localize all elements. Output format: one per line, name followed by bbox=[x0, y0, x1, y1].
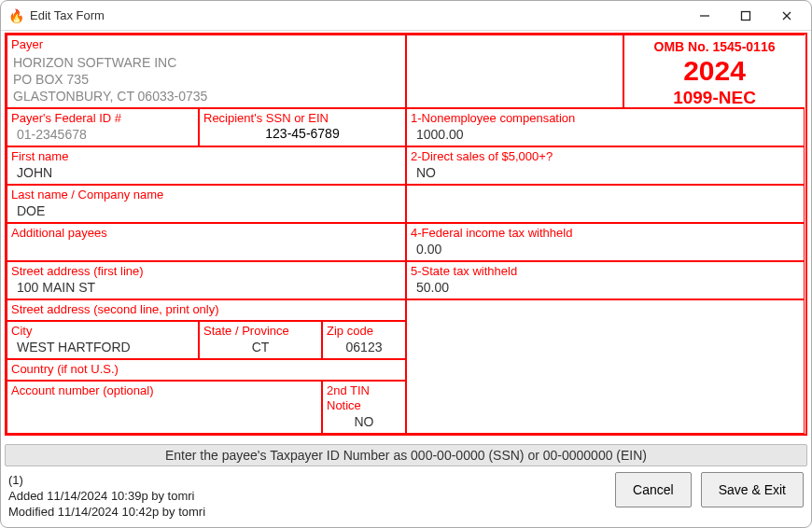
box-2-direct-sales[interactable]: 2-Direct sales of $5,000+? NO bbox=[406, 146, 805, 185]
app-icon: 🔥 bbox=[8, 8, 24, 23]
field-label: State / Province bbox=[203, 324, 317, 339]
additional-payees[interactable]: Additional payees bbox=[7, 223, 406, 261]
cancel-button[interactable]: Cancel bbox=[615, 472, 692, 507]
city[interactable]: City WEST HARTFORD bbox=[7, 321, 199, 359]
state[interactable]: State / Province CT bbox=[199, 321, 322, 359]
blank-right bbox=[406, 299, 805, 434]
field-label: City bbox=[11, 324, 194, 339]
header-right: OMB No. 1545-0116 2024 1099-NEC bbox=[406, 35, 805, 108]
box-4-fed-tax-withheld[interactable]: 4-Federal income tax withheld 0.00 bbox=[406, 223, 805, 261]
omb-number: OMB No. 1545-0116 bbox=[630, 39, 799, 54]
field-value: DOE bbox=[11, 202, 401, 219]
field-label: 2-Direct sales of $5,000+? bbox=[411, 149, 800, 164]
record-count: (1) bbox=[8, 472, 606, 488]
field-label: Country (if not U.S.) bbox=[11, 362, 401, 377]
zip-code[interactable]: Zip code 06123 bbox=[322, 321, 406, 359]
payer-federal-id[interactable]: Payer's Federal ID # 01-2345678 bbox=[7, 108, 199, 146]
field-value: CT bbox=[203, 339, 317, 355]
recipient-ssn-ein[interactable]: Recipient's SSN or EIN bbox=[199, 108, 406, 146]
field-label: 2nd TIN Notice bbox=[327, 383, 401, 413]
record-metadata: (1) Added 11/14/2024 10:39p by tomri Mod… bbox=[8, 472, 606, 520]
field-value: 50.00 bbox=[411, 279, 800, 296]
field-value: 06123 bbox=[327, 339, 401, 355]
street-address-2[interactable]: Street address (second line, print only) bbox=[7, 299, 406, 321]
field-value: NO bbox=[327, 413, 401, 430]
blank-cell bbox=[406, 185, 805, 223]
tax-form-grid: Payer HORIZON SOFTWARE INC PO BOX 735 GL… bbox=[5, 33, 807, 436]
hint-text: Enter the payee's Taxpayer ID Number as … bbox=[165, 448, 647, 463]
field-label: 1-Nonemployee compensation bbox=[411, 111, 800, 126]
field-label: Last name / Company name bbox=[11, 188, 401, 202]
field-label: Additional payees bbox=[11, 226, 401, 241]
payer-addr2: GLASTONBURY, CT 06033-0735 bbox=[13, 88, 401, 104]
tax-year: 2024 bbox=[630, 56, 799, 86]
form-type: 1099-NEC bbox=[630, 88, 799, 108]
payer-name: HORIZON SOFTWARE INC bbox=[13, 54, 401, 71]
first-name[interactable]: First name JOHN bbox=[7, 146, 406, 185]
titlebar: 🔥 Edit Tax Form bbox=[1, 1, 811, 31]
payer-addr1: PO BOX 735 bbox=[13, 71, 401, 88]
field-value: 0.00 bbox=[411, 241, 800, 257]
window-title: Edit Tax Form bbox=[30, 8, 684, 22]
country[interactable]: Country (if not U.S.) bbox=[7, 359, 406, 381]
footer: (1) Added 11/14/2024 10:39p by tomri Mod… bbox=[1, 466, 811, 527]
field-label: Account number (optional) bbox=[11, 383, 317, 398]
close-button[interactable] bbox=[766, 3, 807, 29]
svg-rect-1 bbox=[742, 11, 750, 20]
omb-block: OMB No. 1545-0116 2024 1099-NEC bbox=[623, 35, 805, 107]
form-area: Payer HORIZON SOFTWARE INC PO BOX 735 GL… bbox=[1, 31, 811, 441]
field-value: 1000.00 bbox=[411, 126, 800, 143]
field-label: 4-Federal income tax withheld bbox=[411, 226, 800, 241]
second-tin-notice[interactable]: 2nd TIN Notice NO bbox=[322, 381, 406, 434]
maximize-button[interactable] bbox=[725, 3, 766, 29]
record-modified: Modified 11/14/2024 10:42p by tomri bbox=[8, 504, 606, 520]
field-value: JOHN bbox=[11, 164, 401, 181]
ssn-input[interactable] bbox=[203, 126, 401, 141]
field-value: NO bbox=[411, 164, 800, 181]
window: 🔥 Edit Tax Form Payer HORIZON SOFTWARE I… bbox=[0, 0, 812, 528]
field-label: First name bbox=[11, 149, 401, 164]
minimize-button[interactable] bbox=[684, 3, 725, 29]
record-added: Added 11/14/2024 10:39p by tomri bbox=[8, 488, 606, 504]
field-label: Street address (second line, print only) bbox=[11, 302, 401, 317]
field-value: WEST HARTFORD bbox=[11, 339, 194, 355]
payer-label: Payer bbox=[11, 37, 401, 52]
street-address-1[interactable]: Street address (first line) 100 MAIN ST bbox=[7, 261, 406, 299]
last-name[interactable]: Last name / Company name DOE bbox=[7, 185, 406, 223]
payer-block[interactable]: Payer HORIZON SOFTWARE INC PO BOX 735 GL… bbox=[7, 35, 406, 108]
field-label: Payer's Federal ID # bbox=[11, 111, 194, 126]
payer-info: HORIZON SOFTWARE INC PO BOX 735 GLASTONB… bbox=[11, 52, 401, 104]
field-label: 5-State tax withheld bbox=[411, 264, 800, 279]
field-value: 01-2345678 bbox=[11, 126, 194, 143]
account-number[interactable]: Account number (optional) bbox=[7, 381, 322, 434]
field-label: Recipient's SSN or EIN bbox=[203, 111, 401, 126]
field-label: Street address (first line) bbox=[11, 264, 401, 279]
field-value: 100 MAIN ST bbox=[11, 279, 401, 296]
save-exit-button[interactable]: Save & Exit bbox=[701, 472, 804, 507]
box-5-state-tax-withheld[interactable]: 5-State tax withheld 50.00 bbox=[406, 261, 805, 299]
field-label: Zip code bbox=[327, 324, 401, 339]
hint-bar: Enter the payee's Taxpayer ID Number as … bbox=[5, 444, 807, 466]
box-1-nonemployee-comp[interactable]: 1-Nonemployee compensation 1000.00 bbox=[406, 108, 805, 146]
